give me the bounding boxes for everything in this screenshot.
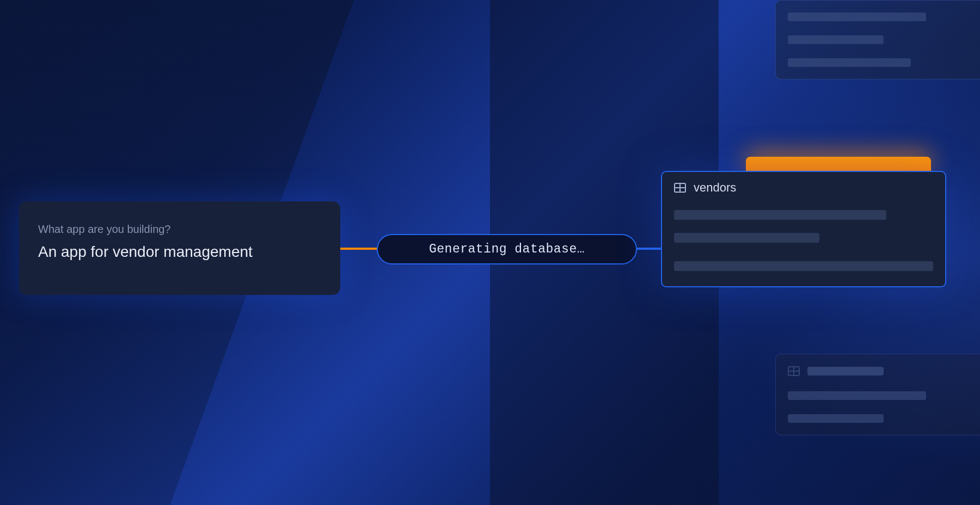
skeleton-row xyxy=(788,13,926,21)
table-card-vendors[interactable]: vendors xyxy=(661,171,946,287)
status-text: Generating database… xyxy=(429,242,585,256)
table-header: vendors xyxy=(662,172,945,204)
connector-blue-line xyxy=(637,248,662,250)
generation-status-pill: Generating database… xyxy=(377,234,637,264)
skeleton-row xyxy=(674,233,819,243)
skeleton-row xyxy=(674,210,886,220)
prompt-card[interactable]: What app are you building? An app for ve… xyxy=(19,201,340,295)
skeleton-row xyxy=(674,261,933,271)
skeleton-row xyxy=(788,35,884,44)
skeleton-row xyxy=(788,58,911,67)
prompt-label: What app are you building? xyxy=(38,223,321,236)
table-card-placeholder-bottom xyxy=(775,354,980,435)
table-icon xyxy=(674,183,686,193)
connector-orange-line xyxy=(340,248,377,250)
table-name-label: vendors xyxy=(694,181,736,195)
prompt-input-text: An app for vendor management xyxy=(38,243,321,261)
skeleton-title xyxy=(807,367,884,375)
table-card-placeholder-top xyxy=(775,0,980,79)
skeleton-row xyxy=(788,391,926,400)
skeleton-row xyxy=(788,414,884,423)
table-body xyxy=(662,204,945,286)
table-icon xyxy=(788,366,800,376)
table-header-placeholder xyxy=(788,366,980,376)
